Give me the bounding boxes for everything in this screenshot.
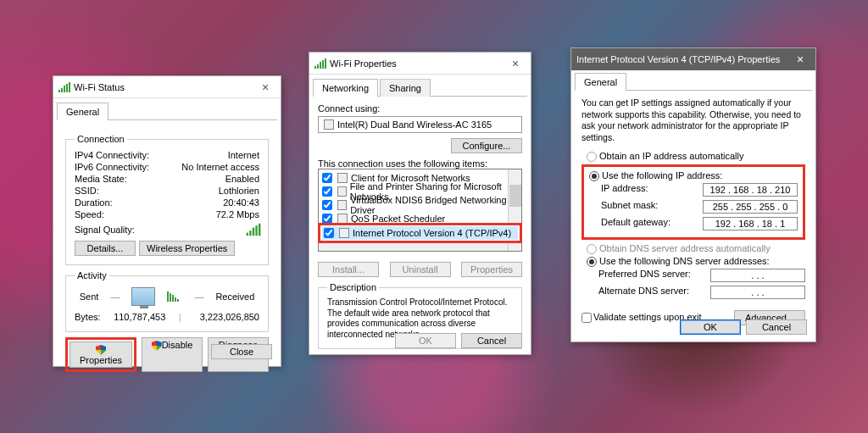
ipv6-label: IPv6 Connectivity: [75,162,149,172]
close-icon[interactable]: × [505,57,526,70]
items-label: This connection uses the following items… [318,158,522,169]
tabs: General [57,102,277,120]
disable-button[interactable]: Disable [142,337,203,372]
gateway-label: Default gateway: [601,217,670,230]
close-icon[interactable]: × [255,80,275,94]
install-button[interactable]: Install... [318,262,379,277]
checkbox[interactable] [324,228,334,238]
connection-group: Connection IPv4 Connectivity:Internet IP… [65,134,269,265]
dialog-body: Connect using: Intel(R) Dual Band Wirele… [309,97,531,361]
ipv4-titlebar[interactable]: Internet Protocol Version 4 (TCP/IPv4) P… [571,48,815,70]
static-dns-label: Use the following DNS server addresses: [599,256,770,266]
radio-auto-dns [587,244,597,254]
auto-dns-label: Obtain DNS server address automatically [599,243,771,253]
window-title: Wi-Fi Status [74,82,255,92]
details-button[interactable]: Details... [75,241,136,256]
media-value: Enabled [225,174,259,184]
window-title: Internet Protocol Version 4 (TCP/IPv4) P… [576,54,790,64]
received-label: Received [215,291,254,302]
wifi-icon [58,82,70,92]
close-button[interactable]: Close [211,344,272,359]
tab-general[interactable]: General [575,73,626,91]
signal-quality-icon [247,224,261,236]
duration-value: 20:40:43 [223,197,259,208]
sent-label: Sent [80,291,99,302]
static-ip-label: Use the following IP address: [602,170,722,180]
list-item[interactable]: VirtualBox NDIS6 Bridged Networking Driv… [320,198,520,212]
ssid-label: SSID: [75,186,99,196]
cancel-button[interactable]: Cancel [746,319,807,335]
alt-dns-label: Alternate DNS server: [598,286,689,299]
subnet-mask-input[interactable]: 255 . 255 . 255 . 0 [703,200,798,214]
list-item-selected[interactable]: Internet Protocol Version 4 (TCP/IPv4) [322,226,518,240]
activity-group: Activity Sent — — Received Bytes: 110,78… [65,270,269,332]
wifi-status-titlebar[interactable]: Wi-Fi Status × [53,76,281,98]
tabs: Networking Sharing [313,78,527,97]
adapter-icon [324,119,334,130]
ssid-value: Lothlorien [219,186,259,196]
auto-ip-label: Obtain an IP address automatically [599,151,743,161]
wireless-properties-button[interactable]: Wireless Properties [139,241,235,256]
dialog-body: You can get IP settings assigned automat… [571,91,815,333]
wifi-properties-window: Wi-Fi Properties × Networking Sharing Co… [309,52,531,355]
dialog-body: Connection IPv4 Connectivity:Internet IP… [53,120,281,380]
ipv6-value: No Internet access [181,162,259,172]
cancel-button[interactable]: Cancel [461,333,522,348]
shield-icon [96,345,106,355]
checkbox[interactable] [322,200,332,210]
adapter-name: Intel(R) Dual Band Wireless-AC 3165 [337,119,492,130]
checkbox[interactable] [322,186,332,197]
pref-dns-input[interactable]: . . . [710,269,805,282]
monitor-icon [131,287,155,306]
window-title: Wi-Fi Properties [330,58,505,69]
mask-label: Subnet mask: [601,200,658,214]
wifi-status-window: Wi-Fi Status × General Connection IPv4 C… [53,75,281,367]
tab-networking[interactable]: Networking [313,79,378,97]
component-icon [337,200,347,210]
close-icon[interactable]: × [790,53,810,66]
ipv4-value: Internet [228,150,259,160]
signal-quality-label: Signal Quality: [75,225,135,235]
ok-button[interactable]: OK [680,319,741,335]
radio-static-ip[interactable] [589,171,599,181]
configure-button[interactable]: Configure... [451,138,522,153]
validate-checkbox[interactable] [581,313,592,323]
ipv4-properties-window: Internet Protocol Version 4 (TCP/IPv4) P… [570,47,816,342]
tab-general[interactable]: General [57,103,108,120]
connection-legend: Connection [75,134,127,144]
wifi-properties-titlebar[interactable]: Wi-Fi Properties × [309,53,531,75]
wifi-icon [314,58,326,69]
speed-label: Speed: [75,209,104,219]
media-label: Media State: [75,174,127,184]
ok-button[interactable]: OK [395,333,456,348]
properties-button[interactable]: Properties [70,341,132,368]
uninstall-button[interactable]: Uninstall [390,262,451,277]
component-icon [337,186,347,197]
speed-value: 72.2 Mbps [216,209,259,219]
component-icon [339,228,349,238]
checkbox[interactable] [322,173,332,183]
shield-icon [152,341,162,351]
activity-legend: Activity [75,270,109,280]
component-icon [337,173,348,183]
tabs: General [575,72,812,91]
tab-sharing[interactable]: Sharing [380,79,431,97]
ip-label: IP address: [601,183,648,197]
properties-button[interactable]: Properties [461,262,522,277]
connect-using-label: Connect using: [318,103,522,114]
duration-label: Duration: [75,197,113,208]
bytes-sent: 110,787,453 [101,312,179,322]
bytes-label: Bytes: [75,312,101,322]
ipv4-label: IPv4 Connectivity: [75,150,149,160]
ip-address-input[interactable]: 192 . 168 . 18 . 210 [703,183,798,197]
pref-dns-label: Preferred DNS server: [598,269,691,282]
intro-text: You can get IP settings assigned automat… [581,97,805,144]
alt-dns-input[interactable]: . . . [710,286,805,299]
description-legend: Description [327,282,379,292]
activity-icon [167,291,179,302]
radio-auto-ip[interactable] [587,152,597,162]
bytes-received: 3,223,026,850 [181,312,259,322]
gateway-input[interactable]: 192 . 168 . 18 . 1 [703,217,798,230]
radio-static-dns[interactable] [587,257,597,267]
